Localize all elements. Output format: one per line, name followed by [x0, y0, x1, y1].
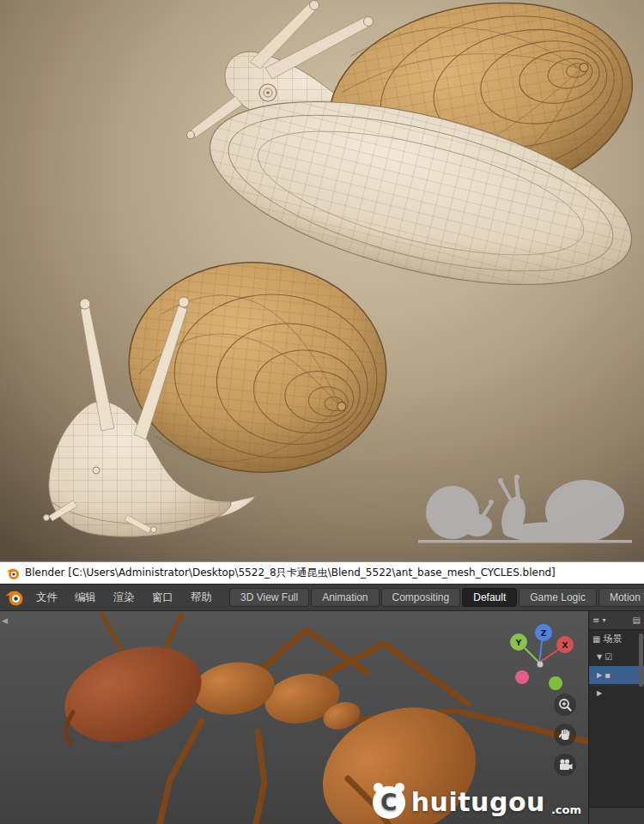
hand-icon	[557, 727, 573, 742]
layout-tab-game-logic[interactable]: Game Logic	[519, 588, 597, 607]
window-titlebar[interactable]: Blender [C:\Users\Administrator\Desktop\…	[0, 561, 644, 584]
pan-tool-button[interactable]	[554, 724, 576, 746]
watermark-text: huitugou	[411, 790, 545, 815]
viewport-tools	[554, 694, 576, 776]
layout-tab-animation[interactable]: Animation	[311, 588, 379, 607]
outliner-panel: ≡ ▾ ▤ ▦ 场景 ▼ ☑ ▶ ▪ ▶	[588, 611, 644, 824]
outliner-footer	[589, 807, 644, 824]
workspace: Y Z X ◀	[0, 611, 644, 824]
gizmo-neg-x-ball[interactable]	[515, 670, 529, 684]
zoom-tool-button[interactable]	[554, 694, 576, 716]
gizmo-center-dot	[538, 662, 544, 668]
blender-app-icon	[6, 566, 20, 580]
watermark-tld: .com	[551, 803, 581, 816]
blender-logo-icon[interactable]	[5, 588, 24, 607]
chevron-down-icon[interactable]: ▾	[602, 617, 605, 624]
layout-tab-motion-tracking[interactable]: Motion Tracking	[598, 588, 644, 607]
triangle-down-icon[interactable]: ▼	[597, 654, 602, 661]
editor-type-icon[interactable]: ≡	[592, 616, 599, 625]
render-window	[0, 0, 644, 561]
viewport-3d[interactable]: Y Z X ◀	[0, 611, 588, 824]
menu-help[interactable]: 帮助	[182, 585, 221, 610]
filter-icon[interactable]: ▤	[633, 616, 641, 625]
outliner-scene-label: 场景	[603, 633, 622, 645]
checkbox-icon[interactable]: ☑	[605, 653, 612, 662]
layout-tab-3d-view-full[interactable]: 3D View Full	[229, 588, 309, 607]
menubar: 文件 编辑 渲染 窗口 帮助 3D View Full Animation Co…	[0, 584, 644, 611]
menu-file[interactable]: 文件	[27, 585, 66, 610]
gizmo-x-label: X	[562, 640, 568, 650]
menu-window[interactable]: 窗口	[143, 585, 182, 610]
camera-view-button[interactable]	[554, 754, 576, 776]
outliner-header[interactable]: ≡ ▾ ▤	[589, 611, 644, 630]
outliner-scrollbar[interactable]	[639, 633, 643, 687]
outliner-row-selected-object[interactable]: ▶ ▪	[589, 666, 644, 684]
zoom-icon	[557, 697, 573, 712]
triangle-right-icon[interactable]: ▶	[597, 690, 602, 697]
outliner-row-collection[interactable]: ▼ ☑	[589, 648, 644, 666]
gizmo-neg-y-ball[interactable]	[549, 676, 562, 690]
layout-tabs: 3D View Full Animation Compositing Defau…	[229, 588, 644, 607]
window-title: Blender [C:\Users\Administrator\Desktop\…	[25, 566, 556, 580]
watermark: C huitugou .com	[373, 786, 581, 819]
gizmo-y-label: Y	[515, 638, 522, 647]
triangle-right-icon[interactable]: ▶	[597, 672, 602, 679]
object-icon: ▪	[605, 671, 611, 680]
layout-tab-compositing[interactable]: Compositing	[381, 588, 461, 607]
render-image	[0, 0, 644, 561]
watermark-logo-icon: C	[373, 786, 405, 819]
panel-collapse-arrow-icon[interactable]: ◀	[2, 617, 8, 625]
gizmo-z-label: Z	[541, 628, 547, 638]
menu-render[interactable]: 渲染	[105, 585, 143, 610]
outliner-row-scene[interactable]: ▦ 场景	[589, 630, 644, 648]
menu-edit[interactable]: 编辑	[66, 585, 105, 610]
layout-tab-default[interactable]: Default	[462, 588, 517, 607]
outliner-row-object[interactable]: ▶	[589, 684, 644, 702]
scene-icon: ▦	[592, 635, 600, 644]
screen: Blender [C:\Users\Administrator\Desktop\…	[0, 0, 644, 824]
camera-icon	[557, 757, 573, 772]
